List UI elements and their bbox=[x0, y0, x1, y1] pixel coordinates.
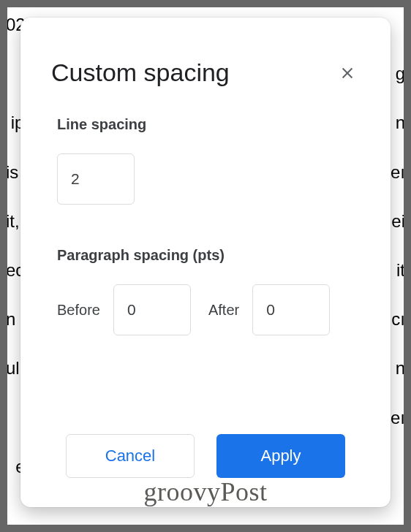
dialog-title: Custom spacing bbox=[51, 58, 230, 87]
custom-spacing-dialog: Custom spacing Line spacing Paragraph sp… bbox=[20, 18, 391, 507]
before-label: Before bbox=[57, 302, 100, 319]
close-icon bbox=[339, 65, 355, 81]
after-label: After bbox=[208, 302, 239, 319]
apply-button[interactable]: Apply bbox=[216, 434, 345, 478]
line-spacing-label: Line spacing bbox=[57, 116, 354, 133]
dialog-footer: Cancel Apply bbox=[20, 434, 391, 478]
line-spacing-input[interactable] bbox=[57, 153, 135, 205]
close-button[interactable] bbox=[335, 61, 360, 86]
paragraph-spacing-section: Paragraph spacing (pts) Before After bbox=[20, 232, 391, 335]
line-spacing-section: Line spacing bbox=[20, 102, 391, 205]
dialog-header: Custom spacing bbox=[20, 18, 391, 102]
after-input[interactable] bbox=[252, 284, 330, 335]
before-input[interactable] bbox=[113, 284, 191, 335]
cancel-button[interactable]: Cancel bbox=[66, 434, 195, 478]
paragraph-spacing-label: Paragraph spacing (pts) bbox=[57, 247, 354, 264]
document-background-right: g n eı ei it cı n eı bbox=[391, 0, 405, 532]
watermark: groovyPost bbox=[143, 476, 267, 507]
